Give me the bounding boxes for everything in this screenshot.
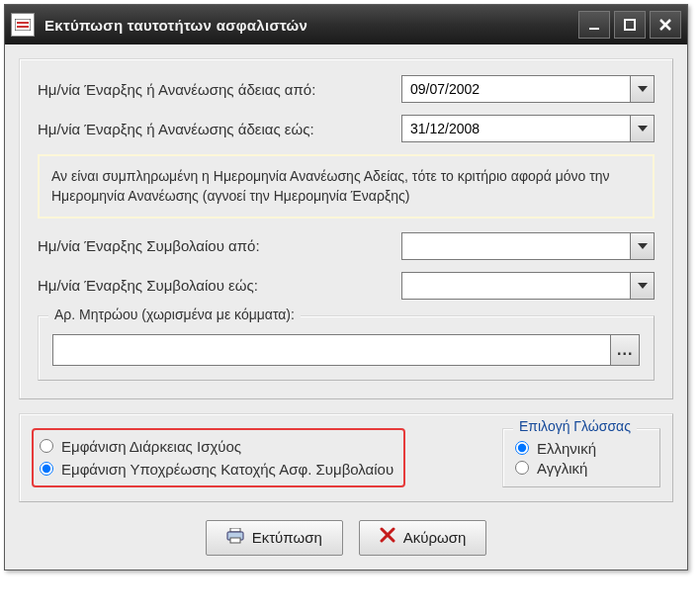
close-button[interactable] <box>650 11 681 39</box>
language-english-label: Αγγλική <box>537 460 587 477</box>
minimize-button[interactable] <box>578 11 610 39</box>
license-from-row: Ημ/νία Έναρξης ή Ανανέωσης άδειας από: <box>38 75 655 103</box>
language-english-radio[interactable]: Αγγλική <box>515 460 644 477</box>
titlebar: Εκτύπωση ταυτοτήτων ασφαλιστών <box>5 5 687 44</box>
window-title: Εκτύπωση ταυτοτήτων ασφαλιστών <box>44 17 578 34</box>
svg-rect-7 <box>230 528 240 532</box>
print-button[interactable]: Εκτύπωση <box>206 520 343 556</box>
contract-from-row: Ημ/νία Έναρξης Συμβολαίου από: <box>38 232 655 260</box>
language-greek-label: Ελληνική <box>537 440 596 457</box>
license-to-row: Ημ/νία Έναρξης ή Ανανέωσης άδειας εώς: <box>38 115 655 142</box>
language-greek-radio-input[interactable] <box>515 441 529 455</box>
contract-to-input[interactable] <box>401 272 631 300</box>
license-from-dropdown-button[interactable] <box>631 75 655 103</box>
maximize-button[interactable] <box>614 11 646 39</box>
chevron-down-icon <box>638 86 648 92</box>
language-greek-radio[interactable]: Ελληνική <box>515 440 644 457</box>
svg-rect-0 <box>15 19 31 31</box>
info-note: Αν είναι συμπληρωμένη η Ημερομηνία Ανανέ… <box>38 154 655 219</box>
contract-to-label: Ημ/νία Έναρξης Συμβολαίου εώς: <box>38 277 394 294</box>
contract-from-combo <box>401 232 655 260</box>
registry-browse-button[interactable]: ... <box>611 334 640 366</box>
printer-icon <box>226 528 244 547</box>
license-from-input[interactable] <box>401 75 631 103</box>
app-icon <box>11 13 35 37</box>
svg-rect-1 <box>17 22 29 24</box>
chevron-down-icon <box>638 283 648 289</box>
print-button-label: Εκτύπωση <box>252 529 322 546</box>
language-groupbox: Επιλογή Γλώσσας Ελληνική Αγγλική <box>502 428 660 487</box>
cancel-button[interactable]: Ακύρωση <box>359 520 487 556</box>
license-from-label: Ημ/νία Έναρξης ή Ανανέωσης άδειας από: <box>38 81 394 98</box>
options-panel: Εμφάνιση Διάρκειας Ισχύος Εμφάνιση Υποχρ… <box>19 413 673 502</box>
license-to-combo <box>401 115 655 142</box>
license-from-combo <box>401 75 655 103</box>
contract-to-dropdown-button[interactable] <box>631 272 655 300</box>
license-to-dropdown-button[interactable] <box>631 115 655 142</box>
registry-legend: Αρ. Μητρώου (χωρισμένα με κόμματα): <box>48 307 301 322</box>
contract-from-input[interactable] <box>401 232 631 260</box>
svg-rect-3 <box>589 28 599 30</box>
client-area: Ημ/νία Έναρξης ή Ανανέωσης άδειας από: Η… <box>5 44 687 570</box>
svg-rect-2 <box>17 26 29 28</box>
svg-rect-4 <box>625 20 635 30</box>
language-legend: Επιλογή Γλώσσας <box>513 418 637 434</box>
button-bar: Εκτύπωση Ακύρωση <box>19 520 673 556</box>
contract-from-dropdown-button[interactable] <box>631 232 655 260</box>
dialog-window: Εκτύπωση ταυτοτήτων ασφαλιστών Ημ/νία Έν… <box>4 4 688 570</box>
display-duration-label: Εμφάνιση Διάρκειας Ισχύος <box>61 438 241 455</box>
display-options-highlight: Εμφάνιση Διάρκειας Ισχύος Εμφάνιση Υποχρ… <box>32 428 405 487</box>
registry-fieldset: Αρ. Μητρώου (χωρισμένα με κόμματα): ... <box>38 315 655 381</box>
contract-to-row: Ημ/νία Έναρξης Συμβολαίου εώς: <box>38 272 655 300</box>
cancel-button-label: Ακύρωση <box>403 529 467 546</box>
criteria-panel: Ημ/νία Έναρξης ή Ανανέωσης άδειας από: Η… <box>19 58 673 399</box>
display-obligation-label: Εμφάνιση Υποχρέωσης Κατοχής Ασφ. Συμβολα… <box>61 461 394 478</box>
chevron-down-icon <box>638 243 648 249</box>
language-english-radio-input[interactable] <box>515 461 529 475</box>
display-duration-radio[interactable]: Εμφάνιση Διάρκειας Ισχύος <box>40 438 394 455</box>
display-obligation-radio-input[interactable] <box>40 462 53 476</box>
display-obligation-radio[interactable]: Εμφάνιση Υποχρέωσης Κατοχής Ασφ. Συμβολα… <box>40 461 394 478</box>
license-to-label: Ημ/νία Έναρξης ή Ανανέωσης άδειας εώς: <box>38 121 394 137</box>
license-to-input[interactable] <box>401 115 631 142</box>
chevron-down-icon <box>638 126 648 132</box>
svg-rect-9 <box>230 538 240 543</box>
cancel-icon <box>380 527 395 548</box>
registry-input[interactable] <box>52 334 611 366</box>
display-duration-radio-input[interactable] <box>40 439 53 453</box>
window-controls <box>578 11 681 39</box>
contract-from-label: Ημ/νία Έναρξης Συμβολαίου από: <box>38 237 394 254</box>
contract-to-combo <box>401 272 655 300</box>
